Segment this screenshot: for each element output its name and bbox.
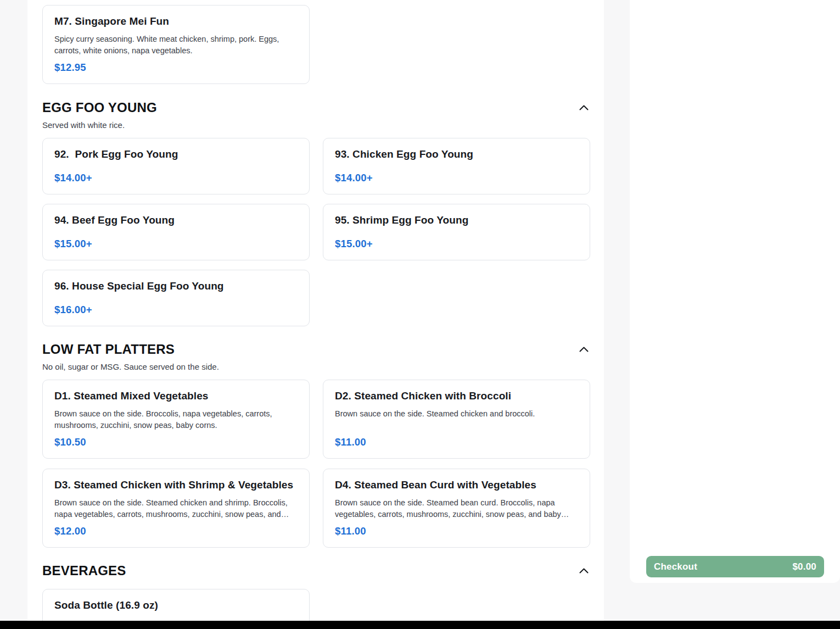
section-header-beverages: BEVERAGES [42,563,590,578]
collapse-section-button[interactable] [578,104,590,112]
menu-item-card[interactable]: 94. Beef Egg Foo Young $15.00+ [42,204,310,260]
section-header-low-fat-platters: LOW FAT PLATTERS [42,342,590,357]
section-header-egg-foo-young: EGG FOO YOUNG [42,100,590,115]
menu-content: M7. Singapore Mei Fun Spicy curry season… [27,0,590,621]
menu-item-description: Brown sauce on the side. Steamed chicken… [54,497,298,520]
chevron-up-icon [579,568,589,574]
menu-item-price: $12.95 [54,62,298,74]
menu-item-card[interactable]: D1. Steamed Mixed Vegetables Brown sauce… [42,380,310,459]
menu-item-price: $14.00+ [335,172,578,184]
cart-total: $0.00 [792,561,816,572]
menu-item-name: Soda Bottle (16.9 oz) [54,599,298,612]
menu-item-card[interactable]: Soda Bottle (16.9 oz) [42,589,310,621]
chevron-up-icon [579,347,589,352]
section-title: BEVERAGES [42,563,126,578]
menu-items-grid: D1. Steamed Mixed Vegetables Brown sauce… [42,380,590,548]
menu-item-card[interactable]: 92. Pork Egg Foo Young $14.00+ [42,138,310,194]
menu-item-price: $12.00 [54,525,298,537]
menu-item-description: Brown sauce on the side. Broccolis, napa… [54,408,298,431]
section-title: EGG FOO YOUNG [42,100,157,115]
menu-item-name: M7. Singapore Mei Fun [54,15,298,28]
menu-item-description: Brown sauce on the side. Steamed chicken… [335,408,578,420]
menu-item-description: Brown sauce on the side. Steamed bean cu… [335,497,578,520]
menu-item-card[interactable]: 95. Shrimp Egg Foo Young $15.00+ [323,204,590,260]
menu-item-description: Spicy curry seasoning. White meat chicke… [54,34,298,57]
menu-item-name: D3. Steamed Chicken with Shrimp & Vegeta… [54,478,298,492]
menu-items-grid: 92. Pork Egg Foo Young $14.00+ 93. Chick… [42,138,590,326]
checkout-button[interactable]: Checkout $0.00 [646,556,824,577]
section-title: LOW FAT PLATTERS [42,342,175,357]
menu-item-name: D2. Steamed Chicken with Broccoli [335,389,578,403]
menu-item-name: D1. Steamed Mixed Vegetables [54,389,298,403]
menu-item-name: 96. House Special Egg Foo Young [54,280,298,293]
menu-item-card[interactable]: 96. House Special Egg Foo Young $16.00+ [42,270,310,326]
menu-item-name: 94. Beef Egg Foo Young [54,214,298,227]
cart-panel: Checkout $0.00 [630,0,840,583]
menu-items-grid: Soda Bottle (16.9 oz) [42,589,590,621]
menu-item-name: 95. Shrimp Egg Foo Young [335,214,578,227]
menu-item-card[interactable]: D2. Steamed Chicken with Broccoli Brown … [323,380,590,459]
menu-item-name: 93. Chicken Egg Foo Young [335,148,578,161]
menu-item-price: $11.00 [335,436,578,448]
bottom-bar [0,621,840,629]
menu-item-card[interactable]: 93. Chicken Egg Foo Young $14.00+ [323,138,590,194]
menu-item-price: $14.00+ [54,172,298,184]
chevron-up-icon [579,105,589,110]
menu-item-card[interactable]: D3. Steamed Chicken with Shrimp & Vegeta… [42,469,310,548]
menu-item-price: $11.00 [335,525,578,537]
menu-item-card[interactable]: D4. Steamed Bean Curd with Vegetables Br… [323,469,590,548]
menu-item-name: D4. Steamed Bean Curd with Vegetables [335,478,578,492]
menu-panel: M7. Singapore Mei Fun Spicy curry season… [27,0,604,621]
menu-item-price: $16.00+ [54,304,298,316]
menu-item-name: 92. Pork Egg Foo Young [54,148,298,161]
collapse-section-button[interactable] [578,567,590,575]
section-subtitle: Served with white rice. [42,120,590,131]
checkout-label: Checkout [654,561,697,572]
section-subtitle: No oil, sugar or MSG. Sauce served on th… [42,361,590,372]
collapse-section-button[interactable] [578,346,590,353]
menu-item-price: $15.00+ [335,238,578,250]
menu-item-price: $10.50 [54,436,298,448]
menu-item-card[interactable]: M7. Singapore Mei Fun Spicy curry season… [42,5,310,84]
menu-item-price: $15.00+ [54,238,298,250]
